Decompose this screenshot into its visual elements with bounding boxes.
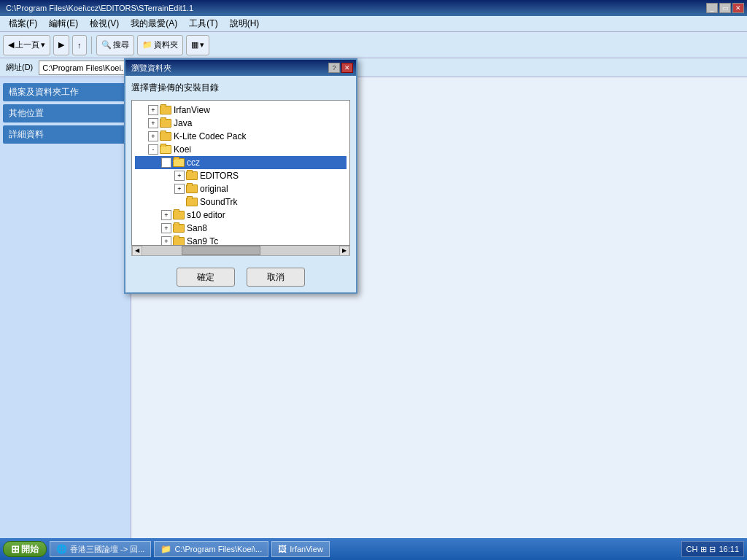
folder-icon <box>160 132 171 141</box>
tree-node-label: ccz <box>187 158 200 168</box>
tree-node-label: s10 editor <box>187 210 225 220</box>
tree-expand-icon[interactable]: + <box>148 118 158 128</box>
tree-node[interactable]: +K-Lite Codec Pack <box>135 130 347 143</box>
dialog-instruction: 選擇曹操傳的安裝目錄 <box>131 82 350 94</box>
dialog-help-button[interactable]: ? <box>328 63 340 73</box>
tree-expand-icon[interactable]: + <box>161 223 171 233</box>
tree-node[interactable]: -Koei <box>135 143 347 156</box>
systray: CH ⊞ ⊟ 16:11 <box>681 541 744 557</box>
tree-node[interactable]: +San8 <box>135 222 347 235</box>
dialog-buttons: 確定 取消 <box>125 262 356 292</box>
tree-expand-icon[interactable]: - <box>161 158 171 168</box>
tree-node[interactable]: -ccz <box>135 156 347 169</box>
dialog-overlay: 瀏覽資料夾 ? ✕ 選擇曹操傳的安裝目錄 +IrfanView+Java+K-L… <box>0 0 747 560</box>
tree-node-label: San9 Tc <box>187 236 218 246</box>
scroll-left-arrow[interactable]: ◀ <box>132 246 142 256</box>
tree-node[interactable]: +Java <box>135 117 347 130</box>
taskbar-item-explorer-label: C:\Program Files\Koei\... <box>174 545 262 553</box>
dialog-titlebar: 瀏覽資料夾 ? ✕ <box>125 60 356 76</box>
tree-expand-icon[interactable]: + <box>161 210 171 220</box>
dialog-title-buttons: ? ✕ <box>328 63 353 73</box>
folder-icon <box>173 158 185 167</box>
ok-label: 確定 <box>197 271 214 284</box>
tree-node[interactable]: +s10 editor <box>135 209 347 222</box>
ok-button[interactable]: 確定 <box>177 268 235 287</box>
taskbar-item-explorer[interactable]: 📁 C:\Program Files\Koei\... <box>154 541 268 557</box>
tree-node-label: EDITORS <box>200 171 239 181</box>
tree-expand-icon[interactable]: + <box>148 105 158 115</box>
dialog-close-button[interactable]: ✕ <box>341 63 353 73</box>
tree-expand-icon[interactable]: + <box>174 184 185 194</box>
folder-icon <box>173 237 185 246</box>
folder-icon <box>186 184 198 193</box>
windows-logo-icon: ⊞ <box>11 543 20 555</box>
taskbar-item-irfanview[interactable]: 🖼 IrfanView <box>271 541 330 557</box>
clock: 16:11 <box>719 545 739 553</box>
start-button[interactable]: ⊞ 開始 <box>3 541 47 557</box>
cancel-label: 取消 <box>267 271 285 284</box>
tree-node-label: San8 <box>187 223 207 233</box>
folder-icon <box>173 211 185 219</box>
folder-icon <box>186 171 198 180</box>
taskbar: ⊞ 開始 🌐 香港三國論壇 -> 回... 📁 C:\Program Files… <box>0 538 747 560</box>
tree-expand-icon[interactable]: + <box>174 171 185 181</box>
taskbar-item-irfanview-label: IrfanView <box>290 545 323 553</box>
start-label: 開始 <box>21 543 39 556</box>
tree-node[interactable]: +IrfanView <box>135 104 347 117</box>
cancel-button[interactable]: 取消 <box>247 268 305 287</box>
tree-node[interactable]: +EDITORS <box>135 169 347 182</box>
taskbar-item-forum[interactable]: 🌐 香港三國論壇 -> 回... <box>50 541 151 557</box>
ie-icon: 🌐 <box>56 544 67 554</box>
tree-node[interactable]: +original <box>135 182 347 195</box>
tree-node-label: original <box>200 184 228 194</box>
tree-expand-icon[interactable]: - <box>148 144 158 155</box>
scroll-track[interactable] <box>142 246 339 255</box>
tree-node-label: IrfanView <box>174 105 210 115</box>
folder-icon <box>160 119 171 128</box>
tree-expand-icon[interactable]: + <box>148 131 158 141</box>
browse-folder-dialog: 瀏覽資料夾 ? ✕ 選擇曹操傳的安裝目錄 +IrfanView+Java+K-L… <box>124 58 357 294</box>
tree-node[interactable]: +San9 Tc <box>135 235 347 246</box>
folder-icon <box>160 145 171 154</box>
dialog-title: 瀏覽資料夾 <box>128 63 171 74</box>
tree-node-label: Koei <box>174 144 191 155</box>
scroll-thumb[interactable] <box>182 246 260 255</box>
tree-horizontal-scrollbar[interactable]: ◀ ▶ <box>131 246 350 256</box>
tree-node-label: K-Lite Codec Pack <box>174 131 246 141</box>
dialog-body: 選擇曹操傳的安裝目錄 +IrfanView+Java+K-Lite Codec … <box>125 76 356 262</box>
folder-tree[interactable]: +IrfanView+Java+K-Lite Codec Pack-Koei-c… <box>131 100 350 246</box>
lang-indicator: CH <box>686 545 698 553</box>
folder-icon <box>160 106 171 114</box>
scroll-right-arrow[interactable]: ▶ <box>339 246 349 256</box>
systray-icons: ⊞ ⊟ <box>700 545 716 554</box>
folder-icon <box>186 198 198 206</box>
taskbar-right: CH ⊞ ⊟ 16:11 <box>681 541 744 557</box>
irfanview-icon: 🖼 <box>278 544 287 554</box>
tree-expand-icon[interactable]: + <box>161 236 171 246</box>
explorer-folder-icon: 📁 <box>160 544 171 554</box>
folder-icon <box>173 224 185 233</box>
taskbar-item-forum-label: 香港三國論壇 -> 回... <box>70 544 144 555</box>
tree-node-label: Java <box>174 118 192 128</box>
tree-node[interactable]: SoundTrk <box>135 195 347 209</box>
tree-node-label: SoundTrk <box>200 197 238 207</box>
